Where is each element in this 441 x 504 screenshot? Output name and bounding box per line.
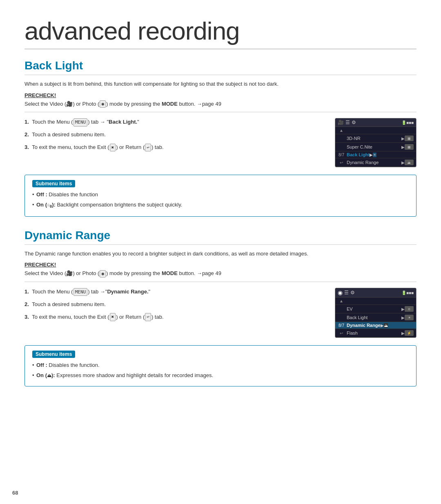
flash-icon: ⚡: [405, 330, 414, 336]
backlight-icon-2: ☀: [405, 315, 414, 320]
back-light-precheck-label: PRECHECK!: [24, 92, 416, 98]
gear-icon-menu-2: ⚙: [350, 290, 355, 295]
back-light-camera-menu: 🎥 ☰ ⚙ 🔋■■■ ▲ 3D-NR ▶ ▦ Super C.Nite ▶ ▦: [335, 118, 416, 167]
gear-icon-menu: ⚙: [352, 120, 356, 125]
back-light-steps-menu: 1. Touch the Menu (MENU) tab → "Back Lig…: [24, 118, 416, 167]
cam-row-3dnr: 3D-NR ▶ ▦: [335, 134, 416, 143]
ev-icon: 0: [405, 306, 414, 312]
video-cam-icon: 🎥: [338, 120, 344, 125]
page-number: 68: [12, 490, 18, 496]
back-light-submenu-off: Off : Disables the function: [32, 191, 409, 199]
cam-nav-up: ▲: [335, 127, 416, 134]
list-icon: ☰: [345, 120, 350, 125]
back-light-description: When a subject is lit from behind, this …: [24, 80, 416, 88]
back-light-submenu-label: Submenu items: [32, 180, 75, 187]
cam-nav-up-2: ▲: [335, 298, 416, 305]
back-light-steps: 1. Touch the Menu (MENU) tab → "Back Lig…: [24, 118, 323, 155]
cam-row-ev: EV ▶ 0: [335, 305, 416, 313]
supercnite-icon: ▦: [405, 144, 414, 150]
return-icon-1: ↩: [145, 144, 151, 152]
exit-icon-1: ✖: [110, 144, 116, 152]
dynamic-range-description: The Dynamic range function enables you t…: [24, 250, 416, 258]
dynamic-range-menu-header: ◉ ☰ ⚙ 🔋■■■: [335, 288, 416, 298]
back-light-title: Back Light: [24, 59, 416, 75]
dynamic-range-steps: 1. Touch the Menu (MENU) tab →"Dynamic R…: [24, 288, 323, 325]
return-icon-2: ↩: [145, 313, 151, 321]
back-light-submenu-on: On (☉0): Backlight compensation brighten…: [32, 201, 409, 209]
page-title: advanced recording: [24, 16, 416, 49]
back-light-step2: 2. Touch a desired submenu item.: [24, 131, 323, 139]
menu-icon-2: MENU: [74, 288, 88, 296]
cam-page-num-dynamicrange: 8/7 Dynamic Range ▶ ⛰: [335, 322, 416, 329]
photo-icon: ◉: [100, 100, 106, 108]
battery-icon: 🔋■■■: [401, 120, 414, 125]
cam-row-dynamicrange-1: ↩ Dynamic Range ▶ ⛰: [335, 158, 416, 167]
dynamic-range-camera-menu: ◉ ☰ ⚙ 🔋■■■ ▲ EV ▶ 0 Back Light ▶ ☀: [335, 288, 416, 338]
cam-row-backlight-2: Back Light ▶ ☀: [335, 313, 416, 322]
cam-row-supercnite: Super C.Nite ▶ ▦: [335, 143, 416, 151]
dynamic-range-submenu-on: On (⛰): Expresses more shadow and highli…: [32, 371, 409, 380]
exit-icon-2: ✖: [110, 313, 116, 321]
menu-icon-1: MENU: [74, 118, 88, 127]
back-light-submenu-box: Submenu items Off : Disables the functio…: [24, 175, 416, 216]
back-light-menu-header: 🎥 ☰ ⚙ 🔋■■■: [335, 118, 416, 127]
battery-icon-2: 🔋■■■: [401, 291, 414, 295]
dynamicrange-icon-cam: ⛰: [384, 323, 388, 328]
dynamic-range-step3: 3. To exit the menu, touch the Exit (✖) …: [24, 313, 323, 322]
dynamic-range-steps-menu: 1. Touch the Menu (MENU) tab →"Dynamic R…: [24, 288, 416, 338]
photo-icon-2: ◉: [100, 270, 106, 278]
cam-page-num-backlight: 8/7 Back Light ▶ ☀: [335, 151, 416, 158]
dynamic-range-precheck-text: Select the Video (🎥) or Photo (◉) mode b…: [24, 269, 416, 282]
back-light-section: Back Light When a subject is lit from be…: [24, 59, 416, 217]
dynamic-range-step2: 2. Touch a desired submenu item.: [24, 300, 323, 309]
cam-row-flash: ↩ Flash ▶ ⚡: [335, 329, 416, 337]
backlight-icon-cam: ☀: [373, 153, 376, 157]
back-light-precheck-text: Select the Video (🎥) or Photo (◉) mode b…: [24, 100, 416, 113]
back-light-step1: 1. Touch the Menu (MENU) tab → "Back Lig…: [24, 118, 323, 127]
back-light-step3: 3. To exit the menu, touch the Exit (✖) …: [24, 143, 323, 152]
dynamic-range-section: Dynamic Range The Dynamic range function…: [24, 229, 416, 386]
list-icon-2: ☰: [344, 290, 349, 295]
3dnr-icon: ▦: [405, 135, 414, 141]
dynamicrange-icon-1: ⛰: [405, 160, 414, 165]
dynamic-range-submenu-box: Submenu items Off : Disables the functio…: [24, 345, 416, 386]
dynamic-range-step1: 1. Touch the Menu (MENU) tab →"Dynamic R…: [24, 288, 323, 296]
dynamic-range-submenu-label: Submenu items: [32, 351, 75, 358]
dynamic-range-submenu-off: Off : Disables the function.: [32, 361, 409, 369]
dynamic-range-precheck-label: PRECHECK!: [24, 262, 416, 268]
photo-cam-icon: ◉: [338, 289, 343, 296]
dynamic-range-title: Dynamic Range: [24, 229, 416, 245]
